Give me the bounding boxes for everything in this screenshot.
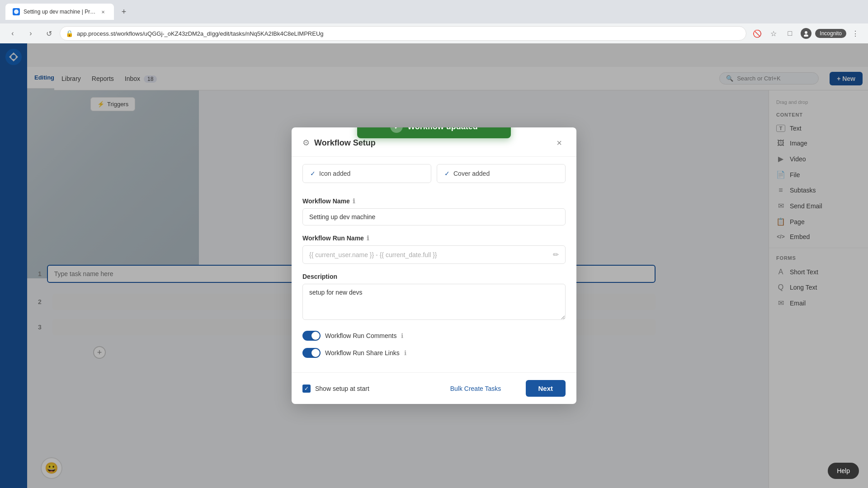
modal-title: Workflow Setup (314, 138, 548, 148)
modal-close-button[interactable]: × (553, 136, 566, 149)
workflow-run-comments-row: Workflow Run Comments ℹ (302, 331, 566, 341)
menu-icon[interactable]: ⋮ (848, 26, 863, 41)
show-setup-label: Show setup at start (315, 385, 369, 392)
workflow-run-comments-toggle[interactable] (302, 331, 321, 341)
workflow-run-comments-info-icon[interactable]: ℹ (401, 332, 403, 339)
gear-icon: ⚙ (302, 138, 310, 148)
show-setup-checkbox[interactable]: ✓ (302, 385, 311, 393)
back-button[interactable]: ‹ (5, 26, 20, 41)
workflow-run-name-field[interactable]: {{ current_user.name }} - {{ current_dat… (302, 245, 566, 264)
cover-check: ✓ (444, 170, 450, 177)
svg-point-2 (804, 34, 808, 37)
incognito-badge: Incognito (815, 29, 846, 38)
bookmark-icon[interactable]: ☆ (766, 26, 781, 41)
cover-added-button[interactable]: ✓ Cover added (437, 164, 566, 183)
show-setup-row: ✓ Show setup at start (302, 385, 369, 393)
success-check-icon: ✓ (390, 127, 403, 133)
checkbox-check-icon: ✓ (304, 385, 309, 392)
workflow-run-comments-label: Workflow Run Comments (325, 332, 396, 339)
help-button[interactable]: Help (828, 463, 859, 479)
tab-title: Setting up dev machine | Process... (24, 9, 96, 15)
url-text: app.process.st/workflows/uQGGj-_oKZ43zDM… (77, 30, 324, 37)
workflow-run-share-links-label: Workflow Run Share Links (325, 349, 400, 357)
toggle-knob-2 (311, 349, 320, 357)
browser-nav: ‹ › ↺ 🔒 app.process.st/workflows/uQGGj-_… (0, 23, 868, 43)
workflow-run-name-label: Workflow Run Name ℹ (302, 235, 566, 242)
refresh-button[interactable]: ↺ (42, 26, 56, 41)
workflow-name-input[interactable] (302, 208, 566, 225)
modal-icon-buttons: ✓ Icon added ✓ Cover added (292, 157, 576, 190)
modal-overlay[interactable]: ✓ Workflow updated ⚙ Workflow Setup × ✓ … (0, 43, 868, 488)
svg-point-1 (805, 31, 807, 34)
template-edit-icon[interactable]: ✏ (553, 250, 559, 259)
workflow-name-label: Workflow Name ℹ (302, 197, 566, 205)
tab-close-button[interactable]: × (99, 8, 107, 15)
modal-body: Workflow Name ℹ Workflow Run Name ℹ {{ c… (292, 190, 576, 372)
icon-added-button[interactable]: ✓ Icon added (302, 164, 431, 183)
next-button[interactable]: Next (526, 380, 566, 397)
lock-icon: 🔒 (66, 30, 73, 37)
success-text: Workflow updated (407, 127, 478, 131)
icon-check: ✓ (310, 170, 316, 177)
workflow-name-info-icon[interactable]: ℹ (353, 197, 355, 205)
icon-added-label: Icon added (319, 170, 350, 177)
modal-footer: ✓ Show setup at start Bulk Create Tasks … (292, 372, 576, 404)
extensions-icon[interactable]: □ (783, 26, 797, 41)
workflow-run-share-links-info-icon[interactable]: ℹ (404, 349, 406, 357)
description-textarea[interactable]: setup for new devs (302, 284, 566, 320)
description-label: Description (302, 273, 566, 280)
app-container: Library Reports Inbox 18 🔍 Search or Ctr… (0, 43, 868, 488)
template-placeholder: {{ current_user.name }} - {{ current_dat… (309, 251, 437, 258)
workflow-run-name-info-icon[interactable]: ℹ (367, 235, 369, 242)
workflow-setup-modal: ✓ Workflow updated ⚙ Workflow Setup × ✓ … (292, 127, 576, 404)
nav-icons: 🚫 ☆ □ Incognito ⋮ (750, 26, 863, 41)
address-bar[interactable]: 🔒 app.process.st/workflows/uQGGj-_oKZ43z… (60, 26, 746, 41)
forward-button[interactable]: › (24, 26, 38, 41)
profile-icon[interactable] (799, 26, 813, 41)
bulk-create-link[interactable]: Bulk Create Tasks (450, 385, 520, 392)
success-banner: ✓ Workflow updated (357, 127, 511, 138)
cast-icon[interactable]: 🚫 (750, 26, 764, 41)
browser-tab[interactable]: Setting up dev machine | Process... × (5, 4, 114, 20)
tab-favicon (13, 8, 20, 15)
workflow-run-share-links-row: Workflow Run Share Links ℹ (302, 348, 566, 358)
new-tab-button[interactable]: + (118, 5, 130, 18)
svg-point-0 (14, 9, 19, 14)
cover-added-label: Cover added (453, 170, 490, 177)
workflow-run-share-links-toggle[interactable] (302, 348, 321, 358)
toggle-knob (311, 332, 320, 340)
